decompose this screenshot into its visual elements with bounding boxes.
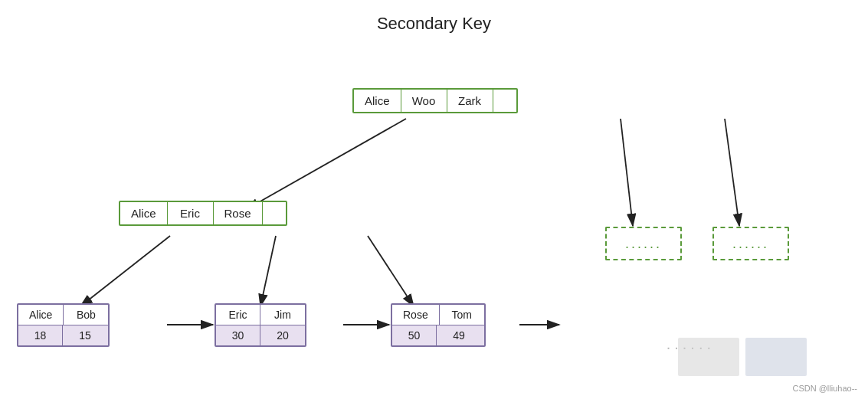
- leaf-node-1: Alice Bob 18 15: [17, 303, 110, 347]
- page-title: Secondary Key: [377, 14, 491, 34]
- root-cell-alice: Alice: [354, 90, 401, 112]
- svg-line-2: [621, 119, 633, 226]
- svg-line-6: [368, 236, 414, 306]
- root-cell-woo: Woo: [401, 90, 447, 112]
- root-cell-zark: Zark: [447, 90, 493, 112]
- leaf2-top-jim: Jim: [260, 305, 305, 325]
- credit-text: CSDN @lliuhao--: [792, 384, 857, 393]
- leaf3-bottom-49: 49: [437, 325, 481, 345]
- mid-cell-rose: Rose: [214, 202, 263, 224]
- leaf-node-2: Eric Jim 30 20: [215, 303, 306, 347]
- leaf1-bottom-15: 15: [63, 325, 107, 345]
- leaf2-top-eric: Eric: [216, 305, 260, 325]
- blurred-box-2: [745, 338, 807, 376]
- root-node: Alice Woo Zark: [352, 88, 518, 113]
- leaf3-top-tom: Tom: [440, 305, 484, 325]
- leaf2-bottom-20: 20: [260, 325, 305, 345]
- mid-cell-alice: Alice: [120, 202, 168, 224]
- leaf3-top-rose: Rose: [392, 305, 440, 325]
- mid-cell-empty: [263, 202, 286, 224]
- dashed-node-1: ......: [605, 227, 682, 260]
- leaf1-top-alice: Alice: [18, 305, 64, 325]
- diagram-container: Secondary Key Alice Woo: [0, 0, 868, 399]
- leaf2-bottom-30: 30: [216, 325, 260, 345]
- svg-line-5: [260, 236, 276, 306]
- root-cell-empty: [493, 90, 516, 112]
- svg-line-1: [247, 119, 406, 209]
- leaf1-bottom-18: 18: [18, 325, 63, 345]
- mid-node: Alice Eric Rose: [119, 201, 287, 226]
- blurred-box-1: [678, 338, 739, 376]
- leaf-node-3: Rose Tom 50 49: [391, 303, 486, 347]
- mid-cell-eric: Eric: [168, 202, 214, 224]
- svg-line-4: [80, 236, 170, 306]
- leaf3-bottom-50: 50: [392, 325, 437, 345]
- leaf1-top-bob: Bob: [64, 305, 108, 325]
- dashed-node-2: ......: [712, 227, 789, 260]
- svg-line-3: [725, 119, 739, 226]
